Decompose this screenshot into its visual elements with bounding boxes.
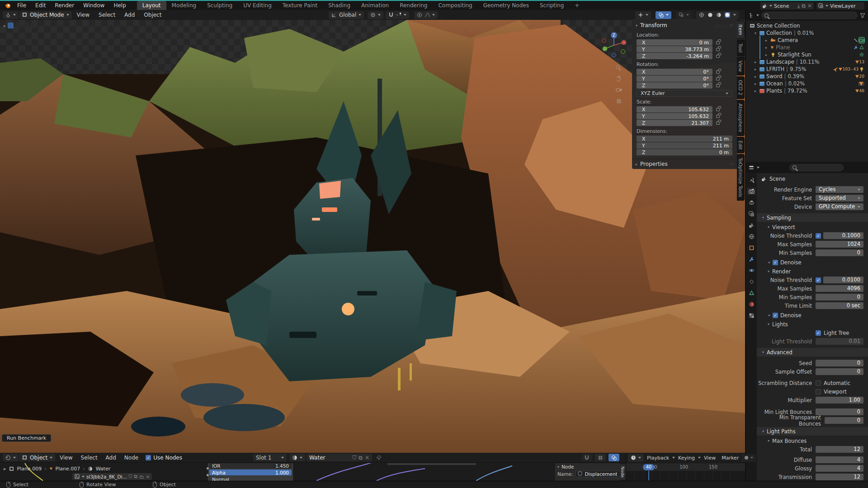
viewport-menu-object[interactable]: Object (140, 10, 165, 19)
move-view-icon[interactable] (616, 75, 624, 84)
menu-help[interactable]: Help (109, 1, 130, 10)
show-gizmo-toggle[interactable] (635, 11, 651, 19)
timeline-ruler[interactable]: 50 100 150 40 (626, 463, 745, 471)
workspace-tab-shading[interactable]: Shading (323, 1, 356, 10)
perspective-toggle-icon[interactable] (616, 98, 624, 106)
sampling-render-header[interactable]: ▾Render (757, 267, 868, 275)
tab-render-properties[interactable] (747, 187, 756, 195)
shader-node-principled[interactable]: IOR1.450 Alpha1.000 Normal (208, 463, 293, 481)
tab-output-properties[interactable] (747, 198, 756, 206)
rotation-mode-dropdown[interactable]: XYZ Euler (637, 90, 732, 97)
workspace-tab-sculpting[interactable]: Sculpting (202, 1, 238, 10)
workspace-tab-animation[interactable]: Animation (356, 1, 394, 10)
transmission-bounces-field[interactable]: 12 (816, 474, 863, 480)
shader-menu-node[interactable]: Node (121, 455, 142, 461)
select-intersect-tool-icon[interactable] (31, 23, 37, 28)
workspace-tab-uv-editing[interactable]: UV Editing (238, 1, 277, 10)
tab-tool-properties[interactable] (747, 176, 756, 184)
mode-selector[interactable]: Object Mode (19, 11, 72, 19)
tab-constraint-properties[interactable] (747, 277, 756, 286)
auto-keying-toggle[interactable] (742, 454, 756, 462)
workspace-tab-geometry-nodes[interactable]: Geometry Nodes (478, 1, 534, 10)
use-nodes-checkbox[interactable] (146, 455, 151, 460)
timeline-menu-playback[interactable]: Playback (644, 455, 672, 461)
diffuse-bounces-field[interactable]: 4 (816, 456, 863, 463)
socket-alpha[interactable] (206, 474, 209, 477)
fake-user-shield-icon[interactable]: ⛉ (352, 455, 356, 461)
outliner-row-camera[interactable]: ▸ Camera (746, 37, 868, 44)
tab-view-layer-properties[interactable] (747, 210, 756, 218)
node-input-alpha[interactable]: Alpha1.000 (209, 469, 292, 475)
transform-orientation-selector[interactable]: Global (329, 11, 364, 19)
menu-edit[interactable]: Edit (31, 1, 50, 10)
tab-physics-properties[interactable] (747, 266, 756, 274)
location-y-field[interactable]: Y38.773 m (637, 46, 712, 52)
sidebar-tab-item[interactable]: Item (737, 21, 745, 39)
tab-scene-properties[interactable] (747, 221, 756, 229)
render-noise-threshold-field[interactable]: 0.0100 (823, 277, 863, 283)
snapping-toggle[interactable] (581, 454, 592, 461)
properties-subpanel-header[interactable]: ▸ Properties ∷ (632, 159, 737, 169)
workspace-tab-scripting[interactable]: Scripting (534, 1, 569, 10)
outliner-editor-icon[interactable] (749, 13, 754, 18)
scene-selector[interactable]: Scene ⤓ ⧉ ✕ (760, 2, 814, 9)
unlink-icon[interactable]: ✕ (365, 455, 369, 461)
min-transparent-bounces-field[interactable]: 0 (825, 417, 863, 424)
advanced-section-header[interactable]: ▾Advanced (757, 348, 868, 357)
node-sidebar-tab[interactable]: Node (619, 464, 626, 480)
lights-section-header[interactable]: ▾Lights (757, 320, 868, 328)
location-z-field[interactable]: Z-3.264 m (637, 53, 712, 59)
viewport-denoise-row[interactable]: ▸Denoise (757, 258, 868, 266)
unlink-icon[interactable]: ✕ (146, 474, 150, 479)
light-threshold-field[interactable]: 0.01 (816, 338, 863, 345)
sampling-viewport-header[interactable]: ▾Viewport (757, 223, 868, 231)
editor-type-selector[interactable] (628, 454, 644, 462)
rotation-x-field[interactable]: X0° (637, 69, 712, 75)
overlays-toggle[interactable] (609, 454, 619, 461)
tab-world-properties[interactable] (747, 232, 756, 240)
drag-handle-icon[interactable]: ∷ (730, 23, 733, 28)
render-engine-dropdown[interactable]: Cycles (816, 186, 863, 193)
transform-panel-header[interactable]: ▾ Transform ∷ (632, 21, 737, 30)
timeline-menu-marker[interactable]: Marker (719, 455, 741, 461)
fake-user-shield-icon[interactable]: ⛉ (129, 474, 132, 479)
copy-icon[interactable]: ⧉ (134, 474, 137, 479)
scale-x-field[interactable]: X105.632 (637, 106, 712, 113)
menu-window[interactable]: Window (79, 1, 109, 10)
viewport-menu-view[interactable]: View (73, 10, 94, 19)
total-bounces-field[interactable]: 12 (816, 446, 863, 453)
render-max-samples-field[interactable]: 4096 (816, 285, 863, 292)
timeline-menu-view[interactable]: View (701, 455, 718, 461)
outliner-row-landscape[interactable]: ▸ Landscape | 10.11% 13 (746, 58, 868, 66)
unlink-icon[interactable]: ✕ (807, 3, 812, 9)
rotation-z-field[interactable]: Z0° (637, 82, 712, 89)
lock-icon[interactable] (716, 122, 720, 125)
disclosure-icon[interactable]: ▸ (753, 60, 758, 64)
disclosure-icon[interactable]: ▸ (764, 46, 769, 50)
tab-material-properties[interactable] (747, 300, 756, 308)
view-layer-selector[interactable]: ViewLayer (816, 2, 864, 9)
folder-icon[interactable]: 🗀 (139, 474, 144, 479)
glossy-bounces-field[interactable]: 4 (816, 465, 863, 472)
xray-toggle[interactable] (676, 11, 692, 19)
image-datablock-field[interactable]: sl3jbb2a_8K_Di... ⛉ ⧉ 🗀 ✕ (72, 473, 152, 480)
material-id-selector[interactable] (289, 454, 305, 461)
blender-logo-icon[interactable] (5, 3, 10, 8)
shader-type-selector[interactable]: Object (19, 454, 55, 461)
lock-icon[interactable] (716, 77, 720, 80)
show-overlays-toggle[interactable] (656, 11, 671, 19)
editor-type-selector[interactable] (3, 11, 19, 19)
denoise-checkbox[interactable] (773, 313, 778, 318)
material-name-field[interactable]: Water ⛉ ⧉ ✕ (307, 454, 372, 461)
outliner-row-collection[interactable]: ▾ Collection | 0.01% (746, 29, 868, 37)
tab-object-properties[interactable] (747, 244, 756, 252)
grid-toggle[interactable] (595, 454, 606, 461)
shading-solid-icon[interactable] (708, 12, 713, 18)
proportional-edit-controls[interactable] (414, 11, 438, 19)
node-panel-header[interactable]: ▾Node (557, 464, 617, 469)
sidebar-tab-tool[interactable]: Tool (737, 40, 745, 56)
dimensions-y-field[interactable]: Y211 m (637, 142, 732, 149)
sample-offset-field[interactable]: 0 (816, 368, 863, 375)
select-box-tool-icon[interactable] (8, 23, 14, 28)
render-min-samples-field[interactable]: 0 (816, 294, 863, 300)
